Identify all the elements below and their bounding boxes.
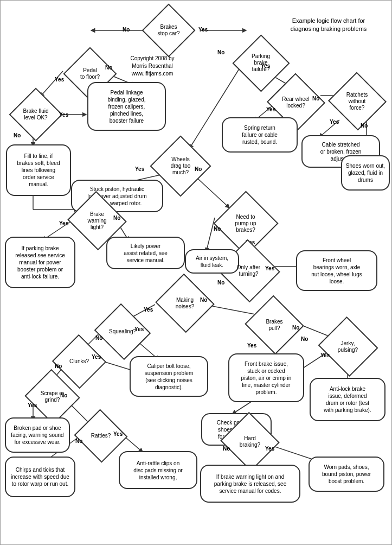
edge-no-wheels: No: [195, 166, 202, 172]
chirps-ticks-node: Chirps and ticks thatincrease with speed…: [5, 457, 75, 497]
title: Example logic flow chart for diagnosing …: [277, 17, 380, 34]
edge-no-jerky: No: [301, 336, 308, 342]
edge-yes-bwl: Yes: [59, 220, 68, 226]
fill-to-line-node: Fill to line, ifbrakes soft, bleedlines …: [6, 144, 71, 196]
edge-no-parking: No: [217, 49, 224, 55]
edge-no-squeal: No: [95, 335, 102, 341]
hard-braking-diamond: Hardbraking?: [223, 421, 277, 462]
brakes-stop-diamond: Brakesstop car?: [144, 11, 193, 49]
edge-yes-jerky: Yes: [320, 352, 330, 358]
edge-no-noises: No: [200, 297, 207, 303]
likely-power-node: Likely powerassist related, seeservice m…: [106, 237, 185, 269]
edge-yes-hard: Yes: [265, 446, 274, 452]
edge-no-brakes-stop: No: [123, 27, 130, 33]
parking-brake-released-node: If parking brakereleased see servicemanu…: [5, 237, 75, 288]
making-noises-diamond: Makingnoises?: [158, 283, 212, 324]
edge-yes-fluid: Yes: [59, 112, 68, 118]
parking-brake-failure-diamond: Parkingbrakefailure?: [234, 41, 288, 85]
edge-no-clunks: No: [55, 363, 62, 369]
ratchets-diamond: Ratchetswithoutforce?: [329, 81, 385, 122]
anti-lock-node: Anti-lock brakeissue, deformeddrum or ro…: [310, 378, 385, 421]
flowchart: Example logic flow chart for diagnosing …: [0, 0, 392, 545]
edge-no-turning: No: [217, 280, 224, 286]
air-in-system-node: Air in system,fluid leak.: [185, 249, 239, 274]
edge-yes-pedal: Yes: [55, 77, 64, 83]
edge-yes-rear: Yes: [266, 106, 275, 112]
brake-fluid-diamond: Brake fluidlevel OK?: [11, 96, 60, 134]
brake-warning-light-on-node: If brake warning light on andparking bra…: [200, 465, 300, 503]
edge-yes-ratchets: Yes: [330, 119, 339, 125]
rear-wheel-locked-diamond: Rear wheellocked?: [267, 82, 324, 123]
edge-yes-scrape: Yes: [28, 402, 37, 408]
front-brake-issue-node: Front brake issue,stuck or cockedpiston,…: [228, 353, 304, 402]
edge-yes-brakes-stop: Yes: [198, 27, 208, 33]
svg-line-2: [41, 71, 63, 96]
edge-no-pump: No: [214, 226, 221, 232]
edge-no-bwl: No: [113, 215, 120, 221]
edge-yes-pull: Yes: [247, 343, 256, 348]
edge-no-fluid: No: [14, 132, 21, 138]
edge-yes-rattles: Yes: [113, 431, 123, 437]
caliper-bolt-node: Caliper bolt loose,suspension problem(se…: [130, 356, 208, 397]
edge-no-pedal: No: [105, 65, 112, 71]
clunks-diamond: Clunks?: [55, 343, 104, 381]
edge-no-ratchets: No: [361, 123, 368, 129]
edge-yes-turning: Yes: [265, 265, 274, 271]
edge-no-rear: No: [312, 96, 319, 102]
edge-no-hard: No: [223, 446, 230, 452]
worn-pads-node: Worn pads, shoes,bound piston, powerboos…: [309, 457, 384, 492]
copyright: Copyright 2008 byMorris Rosenthalwww.ifi…: [117, 55, 188, 78]
broken-pad-node: Broken pad or shoefacing, warning soundf…: [5, 417, 70, 453]
shoes-worn-node: Shoes worn out,glazed, fluid indrums: [341, 155, 390, 191]
anti-rattle-node: Anti-rattle clips ondisc pads missing or…: [119, 451, 197, 489]
front-wheel-bearings-node: Front wheelbearings worn, axlenut loose,…: [296, 250, 377, 291]
edge-yes-wheels: Yes: [135, 166, 144, 172]
edge-yes-noises: Yes: [144, 307, 153, 313]
pedal-linkage-node: Pedal linkagebinding, glazed,frozen cali…: [87, 82, 166, 131]
edge-yes-clunks: Yes: [92, 354, 101, 360]
edge-no-rattles: No: [75, 438, 82, 444]
scrape-grind-diamond: Scrape orgrind?: [27, 378, 78, 416]
edge-no-pull: No: [292, 325, 299, 331]
jerky-pulsing-diamond: Jerky,pulsing?: [319, 326, 376, 367]
spring-return-node: Spring returnfailure or cablerusted, bou…: [222, 117, 298, 153]
